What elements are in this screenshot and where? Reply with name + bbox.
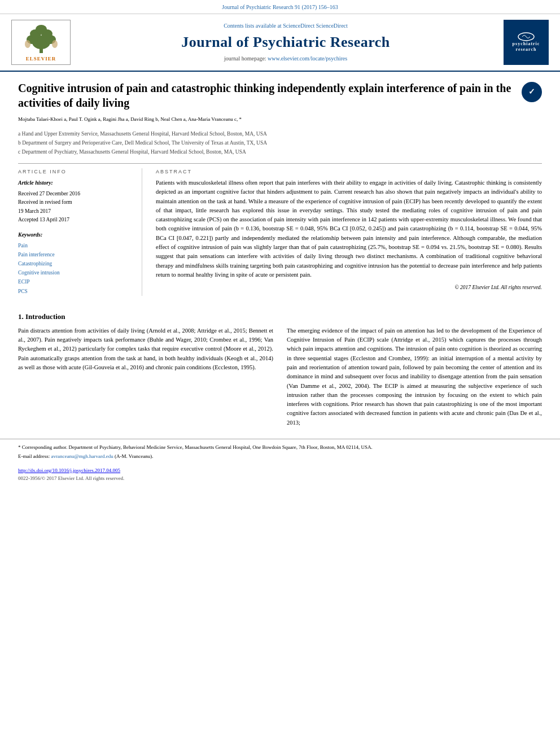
intro-section-number: 1. [18, 312, 24, 321]
accepted-date: Accepted 13 April 2017 [18, 216, 133, 224]
affiliation-b: b Department of Surgery and Perioperativ… [18, 139, 542, 147]
intro-right-text: The emerging evidence of the impact of p… [287, 326, 542, 427]
journal-top-bar: Journal of Psychiatric Research 91 (2017… [0, 0, 560, 14]
abstract-text: Patients with musculoskeletal illness of… [156, 178, 542, 279]
crossmark-badge: ✓ [522, 82, 542, 102]
journal-homepage: journal homepage: www.elsevier.com/locat… [73, 55, 498, 63]
elsevier-logo-box: ELSEVIER [11, 20, 71, 65]
elsevier-label: ELSEVIER [26, 55, 56, 63]
keyword-catastrophizing: Catastrophizing [18, 259, 133, 268]
received-revised-label: Received in revised form [18, 198, 133, 207]
abstract-label: ABSTRACT [156, 168, 542, 176]
email-link[interactable]: avranceanu@mgh.harvard.edu [51, 453, 113, 459]
brain-icon [518, 32, 535, 41]
article-info-col: ARTICLE INFO Article history: Received 2… [18, 168, 142, 296]
keyword-pain-interference: Pain interference [18, 250, 133, 259]
keyword-cognitive-intrusion: Cognitive intrusion [18, 268, 133, 277]
sciencedirect-link: Contents lists available at ScienceDirec… [73, 22, 498, 30]
keyword-pcs: PCS [18, 287, 133, 296]
journal-logo-right: psychiatric research [498, 20, 549, 65]
page: Journal of Psychiatric Research 91 (2017… [0, 0, 560, 747]
abstract-col: ABSTRACT Patients with musculoskeletal i… [156, 168, 542, 296]
article-history: Article history: Received 27 December 20… [18, 178, 133, 224]
article-info-label: ARTICLE INFO [18, 168, 133, 176]
email-label: E-mail address: [18, 453, 50, 459]
intro-left-text: Pain distracts attention from activities… [18, 326, 273, 372]
journal-citation: Journal of Psychiatric Research 91 (2017… [222, 4, 338, 10]
issn-line: 0022-3956/© 2017 Elsevier Ltd. All right… [0, 475, 560, 487]
corresponding-footnote: * Corresponding author. Department of Ps… [18, 444, 542, 452]
email-name: (A-M. Vranceanu). [115, 453, 154, 459]
keyword-pain: Pain [18, 241, 133, 250]
affiliations: a Hand and Upper Extremity Service, Mass… [18, 130, 542, 156]
crossmark-icon: ✓ [522, 82, 542, 102]
history-label: Article history: [18, 178, 133, 187]
corresponding-text: * Corresponding author. Department of Ps… [18, 444, 373, 450]
svg-point-8 [52, 40, 58, 48]
journal-title-main: Journal of Psychiatric Research [73, 32, 498, 53]
authors-text: Mojtaba Talaei-Khoei a, Paul T. Ogink a,… [18, 116, 242, 122]
right-logo-box: psychiatric research [504, 20, 549, 65]
intro-section-title: 1. Introduction [18, 312, 542, 322]
article-content: ✓ Cognitive intrusion of pain and catast… [0, 72, 560, 302]
journal-homepage-link[interactable]: www.elsevier.com/locate/psychires [268, 55, 347, 62]
intro-section-name: Introduction [25, 312, 65, 321]
keyword-ecip: ECIP [18, 277, 133, 286]
journal-header: ELSEVIER Contents lists available at Sci… [0, 14, 560, 72]
keywords-label: Keywords: [18, 231, 133, 239]
intro-left-col: Pain distracts attention from activities… [18, 326, 273, 432]
doi-link[interactable]: http://dx.doi.org/10.1016/j.jpsychires.2… [18, 468, 120, 473]
intro-right-col: The emerging evidence of the impact of p… [287, 326, 542, 432]
elsevier-tree-icon [19, 23, 64, 54]
revised-date: 19 March 2017 [18, 207, 133, 216]
keywords-section: Keywords: Pain Pain interference Catastr… [18, 231, 133, 296]
affiliation-a: a Hand and Upper Extremity Service, Mass… [18, 130, 542, 138]
footnote-area: * Corresponding author. Department of Ps… [0, 439, 560, 465]
article-title: Cognitive intrusion of pain and catastro… [18, 81, 542, 110]
elsevier-logo-left: ELSEVIER [11, 20, 73, 65]
svg-point-7 [25, 40, 30, 48]
sciencedirect-anchor[interactable]: ScienceDirect [316, 23, 348, 29]
journal-title-area: Contents lists available at ScienceDirec… [73, 22, 498, 63]
email-footnote: E-mail address: avranceanu@mgh.harvard.e… [18, 453, 542, 461]
authors-line: Mojtaba Talaei-Khoei a, Paul T. Ogink a,… [18, 116, 542, 126]
affiliation-c: c Department of Psychiatry, Massachusett… [18, 148, 542, 156]
doi-line: http://dx.doi.org/10.1016/j.jpsychires.2… [0, 465, 560, 475]
article-info-abstract: ARTICLE INFO Article history: Received 2… [18, 168, 542, 296]
divider-1 [18, 163, 542, 164]
copyright-line: © 2017 Elsevier Ltd. All rights reserved… [156, 284, 542, 291]
svg-point-6 [36, 25, 47, 34]
introduction-section: 1. Introduction Pain distracts attention… [0, 312, 560, 432]
received-date: Received 27 December 2016 [18, 190, 133, 198]
intro-body-cols: Pain distracts attention from activities… [18, 326, 542, 432]
